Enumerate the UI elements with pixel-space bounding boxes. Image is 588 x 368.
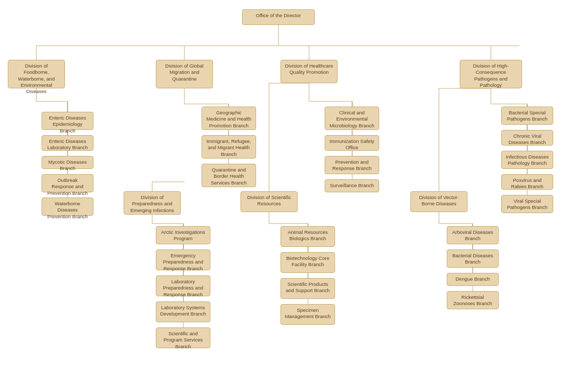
lab-prep-node: Laboratory Preparedness and Response Bra… (156, 275, 210, 296)
div-highconsequence-node: Division of High-Consequence Pathogens a… (460, 60, 522, 88)
waterborne-node: Waterborne Diseases Prevention Branch (42, 198, 93, 216)
outbreak-node: Outbreak Response and Prevention Branch (42, 174, 93, 192)
dengue-node: Dengue Branch (447, 273, 499, 286)
clinical-env-node: Clinical and Environmental Microbiology … (325, 107, 379, 130)
bacterial-diseases-node: Bacterial Diseases Branch (447, 249, 499, 268)
surveillance-node: Surveillance Branch (325, 179, 379, 192)
div-scientific-node: Division of Scientific Resources (240, 191, 298, 212)
emergency-prep-node: Emergency Preparedness and Response Bran… (156, 249, 210, 270)
poxvirus-node: Poxvirus and Rabies Branch (501, 174, 553, 190)
animal-resources-node: Animal Resources Biologics Branch (280, 226, 335, 247)
geo-med-node: Geographic Medicine and Health Promotion… (202, 107, 256, 130)
div-preparedness-node: Division of Preparedness and Emerging In… (124, 191, 181, 215)
immunization-node: Immunization Safety Office (325, 135, 379, 151)
div-healthcare-node: Division of Healthcare Quality Promotion (280, 60, 338, 83)
scientific-products-node: Scientific Products and Support Branch (280, 278, 335, 299)
prevention-response-node: Prevention and Response Branch (325, 156, 379, 174)
specimen-node: Specimen Management Branch (280, 304, 335, 325)
enteric-epi-node: Enteric Diseases Epidemiology Branch (42, 112, 93, 130)
infectious-path-node: Infectious Diseases Pathology Branch (501, 151, 553, 169)
div-migration-node: Division of Global Migration and Quarant… (156, 60, 213, 88)
quarantine-border-node: Quarantine and Border Health Services Br… (202, 164, 256, 187)
div-vectorborne-node: Division of Vector-Borne Diseases (410, 191, 467, 212)
immigrant-node: Immigrant, Refugee, and Migrant Health B… (202, 135, 256, 159)
mycotic-node: Mycotic Diseases Branch (42, 156, 93, 169)
div-foodborne-node: Division of Foodborne, Waterborne, and E… (8, 60, 65, 88)
enteric-lab-node: Enteric Diseases Laboratory Branch (42, 135, 93, 151)
rickettsial-node: Rickettsial Zoonoses Branch (447, 291, 499, 309)
org-chart: Office of the Director Division of Foodb… (0, 0, 588, 368)
lab-systems-node: Laboratory Systems Development Branch (156, 301, 210, 322)
viral-special-node: Viral Special Pathogens Branch (501, 195, 553, 213)
arboviral-node: Arboviral Diseases Branch (447, 226, 499, 244)
chronic-viral-node: Chronic Viral Diseases Branch (501, 130, 553, 146)
bacterial-special-node: Bacterial Special Pathogens Branch (501, 107, 553, 125)
scientific-program-node: Scientific and Program Services Branch (156, 327, 210, 348)
director-node: Office of the Director (242, 9, 315, 25)
arctic-node: Arctic Investigations Program (156, 226, 210, 244)
biotech-node: Biotechnology Core Facility Branch (280, 252, 335, 273)
